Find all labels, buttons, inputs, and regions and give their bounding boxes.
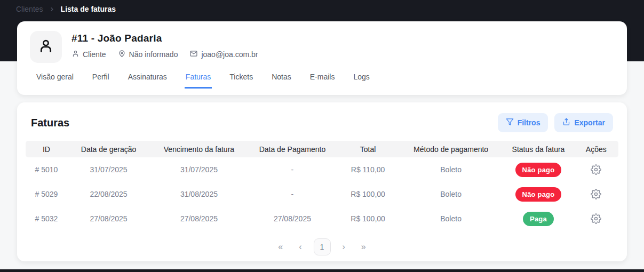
person-icon [37, 37, 54, 57]
tab-emails[interactable]: E-mails [309, 70, 336, 89]
export-icon [562, 118, 570, 127]
cell-total: R$ 100,00 [337, 190, 399, 198]
pagination-first-button[interactable]: « [274, 240, 287, 254]
gear-icon [591, 193, 601, 201]
invoices-card: Faturas Filtros Exportar ID Data de gera… [17, 102, 627, 261]
col-header-status: Status da fatura [503, 145, 574, 154]
tab-visao-geral[interactable]: Visão geral [35, 70, 75, 89]
pagination: « ‹ 1 › » [26, 238, 618, 255]
row-actions-button[interactable] [590, 188, 602, 201]
cell-method: Boleto [399, 190, 503, 198]
row-actions-button[interactable] [590, 163, 602, 176]
client-email-label: joao@joa.com.br [201, 50, 258, 59]
map-pin-icon [118, 50, 126, 59]
client-location-label: Não informado [129, 50, 178, 59]
avatar [30, 31, 62, 63]
tab-tickets[interactable]: Tickets [228, 70, 254, 89]
col-header-id: ID [26, 145, 67, 154]
client-email: joao@joa.com.br [189, 50, 258, 59]
cell-id: # 5032 [26, 214, 67, 223]
cell-generated: 27/08/2025 [67, 214, 150, 223]
tab-assinaturas[interactable]: Assinaturas [127, 70, 168, 89]
cell-paid: 27/08/2025 [248, 214, 337, 223]
cell-id: # 5010 [26, 165, 67, 174]
cell-total: R$ 110,00 [337, 165, 399, 174]
invoices-table: ID Data de geração Vencimento da fatura … [26, 141, 618, 231]
gear-icon [591, 218, 601, 226]
status-badge: Paga [523, 212, 554, 226]
filters-button[interactable]: Filtros [498, 113, 548, 132]
filters-button-label: Filtros [518, 118, 540, 127]
bottom-dark-band [0, 269, 644, 272]
export-button-label: Exportar [574, 118, 605, 127]
pagination-page-1[interactable]: 1 [314, 238, 331, 255]
col-header-vencimento: Vencimento da fatura [150, 145, 248, 154]
funnel-icon [506, 118, 514, 127]
cell-method: Boleto [399, 165, 503, 174]
table-header-row: ID Data de geração Vencimento da fatura … [26, 141, 618, 157]
export-button[interactable]: Exportar [554, 113, 613, 132]
breadcrumb: Clientes Lista de faturas [16, 5, 116, 13]
client-profile-card: #11 - João Padaria Cliente Não informado [17, 21, 627, 95]
client-type-label: Cliente [83, 50, 106, 59]
tab-perfil[interactable]: Perfil [91, 70, 110, 89]
pagination-last-button[interactable]: » [357, 240, 370, 254]
pagination-next-button[interactable]: › [338, 240, 349, 254]
cell-method: Boleto [399, 214, 503, 223]
table-row: # 5032 27/08/2025 27/08/2025 27/08/2025 … [26, 206, 618, 231]
col-header-data-pagamento: Data de Pagamento [248, 145, 337, 154]
cell-paid: - [248, 190, 337, 198]
user-icon [71, 50, 79, 59]
row-actions-button[interactable] [590, 212, 602, 225]
cell-total: R$ 100,00 [337, 214, 399, 223]
chevron-right-icon [49, 6, 55, 12]
tab-faturas[interactable]: Faturas [185, 70, 212, 89]
breadcrumb-clientes[interactable]: Clientes [16, 5, 43, 13]
client-location: Não informado [118, 50, 178, 59]
status-badge: Não pago [515, 163, 562, 177]
tab-logs[interactable]: Logs [352, 70, 370, 89]
col-header-acoes: Ações [574, 145, 618, 154]
tab-notas[interactable]: Notas [271, 70, 292, 89]
page-title: #11 - João Padaria [71, 33, 258, 44]
cell-due: 31/07/2025 [150, 165, 248, 174]
col-header-total: Total [337, 145, 399, 154]
client-type: Cliente [71, 50, 106, 59]
cell-due: 31/08/2025 [150, 190, 248, 198]
pagination-prev-button[interactable]: ‹ [295, 240, 306, 254]
tab-bar: Visão geral Perfil Assinaturas Faturas T… [30, 70, 614, 89]
table-row: # 5029 22/08/2025 31/08/2025 - R$ 100,00… [26, 182, 618, 206]
col-header-data-geracao: Data de geração [67, 145, 150, 154]
col-header-metodo: Método de pagamento [399, 145, 503, 154]
cell-paid: - [248, 165, 337, 174]
cell-generated: 31/07/2025 [67, 165, 150, 174]
cell-due: 27/08/2025 [150, 214, 248, 223]
cell-generated: 22/08/2025 [67, 190, 150, 198]
status-badge: Não pago [515, 187, 562, 202]
gear-icon [591, 169, 601, 177]
breadcrumb-current: Lista de faturas [61, 5, 116, 13]
mail-icon [189, 50, 198, 59]
table-row: # 5010 31/07/2025 31/07/2025 - R$ 110,00… [26, 157, 618, 182]
cell-id: # 5029 [26, 190, 67, 198]
invoices-title: Faturas [31, 117, 69, 129]
